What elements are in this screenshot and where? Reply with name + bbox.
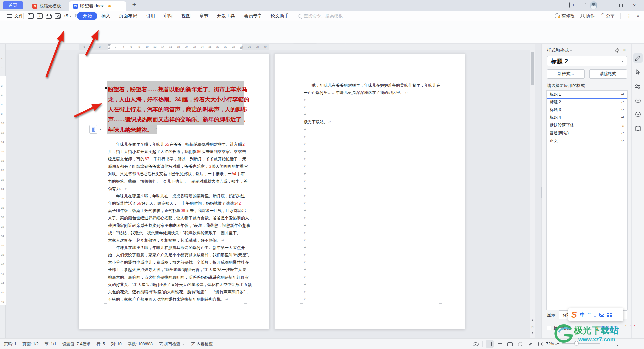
collapse-ribbon-button[interactable]: ∧ [637,14,639,18]
status-设置值[interactable]: 设置值: 7.4厘米 [62,341,90,347]
page-view-button[interactable] [486,340,494,348]
content-check-button[interactable]: ✓内容检查 [191,341,217,347]
fit-page-button[interactable] [537,340,545,348]
menu-tab-引用[interactable]: 引用 [146,13,155,19]
ruler-number: 24 [1,188,4,191]
spell-check-button[interactable]: ✓拼写检查 [159,341,185,347]
close-button[interactable]: × [629,0,640,11]
paste-options-caret[interactable] [99,129,101,131]
save-button[interactable] [28,13,34,19]
more-menu-button[interactable]: ⋮ [627,13,631,19]
share-button[interactable]: 分享 [600,13,615,19]
modified-status[interactable]: 有修改 [555,13,575,19]
panel-resize-grip[interactable] [541,187,542,198]
restore-button[interactable] [615,0,627,11]
style-list-item-标题 2[interactable]: 标题 2↵ [547,98,627,106]
menu-tab-页面布局[interactable]: 页面布局 [119,13,137,19]
fullscreen-button[interactable] [611,340,619,348]
tab-document[interactable]: W 盼望着.docx [69,1,126,11]
quick-tools-button[interactable] [633,110,643,119]
ruler-number: 2 [115,45,116,48]
menu-tab-视图[interactable]: 视图 [181,13,191,19]
reference-book-button[interactable] [633,124,643,133]
apps-grid-button[interactable] [580,2,587,8]
ime-toolbar[interactable]: S 中 °’ [568,308,623,321]
menu-tab-章节[interactable]: 章节 [199,13,208,19]
style-list-item-标题 3[interactable]: 标题 3↵ [547,106,627,114]
status-列[interactable]: 列: 10 [111,341,122,347]
minimize-button[interactable]: — [602,0,613,11]
file-menu[interactable]: 文件 [7,13,23,19]
ime-menu-icon[interactable] [607,313,612,317]
status-页面[interactable]: 页面: 1/2 [22,341,38,347]
eye-protection-button[interactable] [472,340,480,348]
menu-tab-审阅[interactable]: 审阅 [164,13,173,19]
style-list-item-正文[interactable]: 正文↵ [547,137,627,145]
menu-tab-会员专享[interactable]: 会员专享 [244,13,262,19]
clear-format-button-panel[interactable]: 清除格式 [589,69,627,79]
outline-view-button[interactable] [496,340,504,348]
style-list-item-标题 1[interactable]: 标题 1↵ [547,91,627,98]
tab-home[interactable]: 首页 [3,1,23,9]
mic-icon[interactable] [594,313,596,317]
side-toolbar-handle[interactable] [635,46,641,47]
undo-button[interactable]: ↺ [64,14,71,18]
horizontal-ruler[interactable]: 642246810121416182022242628303234363840 [6,44,535,50]
selection-pane-button[interactable] [633,67,643,77]
zoom-out-button[interactable]: − [557,341,559,346]
user-avatar[interactable] [590,1,597,9]
show-preview-checkbox[interactable]: 显示预览 [547,325,571,331]
print-button[interactable] [46,15,52,19]
zoom-slider-handle[interactable] [574,341,579,345]
workspace-switch-button[interactable]: 1 [569,2,577,8]
prev-page-button[interactable]: ▲ [530,319,535,321]
vertical-ruler[interactable]: 4224681012141618202224262830323436384042… [0,44,6,338]
current-style-combo[interactable]: 标题 2 [547,56,627,66]
ime-lang-toggle[interactable]: 中 [580,312,585,318]
document-page-2[interactable]: 哦，年味儿在爷爷的对联里，年味儿在妈妈准备的美味佳肴里，年味儿在一声声爆竹里……… [274,53,465,329]
document-canvas[interactable]: 盼望着，盼望着……翘首以盼的新年近了。街市上车水马龙，人山人海，好不热闹。34 … [6,50,535,338]
ime-punct-toggle[interactable]: °’ [588,312,591,317]
menu-tab-插入[interactable]: 插入 [101,13,110,19]
status-行[interactable]: 行: 5 [96,341,105,347]
command-search[interactable]: 查找命令、搜索模板 [298,13,343,19]
panel-close-button[interactable]: × [623,47,626,53]
menu-tab-开发工具[interactable]: 开发工具 [217,13,235,19]
style-list-item-普通(网站)[interactable]: 普通(网站)↵ [547,129,627,137]
tab-docer-label: 找稻壳模板 [39,3,61,9]
status-字数[interactable]: 字数: 108/888 [128,341,153,347]
smart-typeset-link[interactable]: $智能排版 [595,325,618,331]
menu-tab-home-start[interactable]: 开始 [77,12,97,20]
keyboard-icon[interactable] [599,313,604,317]
scrollbar-thumb[interactable] [531,52,534,85]
status-节[interactable]: 节: 1/1 [45,341,56,347]
menu-tab-论文助手[interactable]: 论文助手 [271,13,289,19]
export-button[interactable] [37,13,43,19]
read-view-button[interactable] [506,340,514,348]
panel-title[interactable]: 样式和格式 [547,47,572,53]
pin-icon[interactable] [615,48,620,53]
next-page-button[interactable]: ▼ [530,332,535,334]
ink-view-button[interactable] [526,340,534,348]
web-view-button[interactable] [516,340,524,348]
properties-tool-button[interactable] [633,82,643,91]
document-page-1[interactable]: 盼望着，盼望着……翘首以盼的新年近了。街市上车水马龙，人山人海，好不热闹。34 … [79,53,269,329]
document-line: 劲有力。↵ [108,185,243,192]
tab-docer[interactable]: d 找稻壳模板 [28,1,65,11]
zoom-slider-track[interactable] [562,343,600,344]
vertical-scrollbar[interactable]: ▲ ◻ ▼ [530,50,535,338]
style-list-item-默认段落字体[interactable]: 默认段落字体a [547,121,627,129]
status-页码[interactable]: 页码: 1 [4,341,16,347]
paste-options-button[interactable] [89,125,97,134]
collaborate-button[interactable]: 协作 [580,13,595,19]
new-style-button[interactable]: 新样式... [547,69,585,79]
zoom-value[interactable]: 72% [546,342,557,346]
ai-assistant-button[interactable] [633,96,643,105]
empty-paragraph-mark: ↵ [304,126,306,133]
style-list-item-标题 4[interactable]: 标题 4↵ [547,114,627,121]
select-browse-button[interactable]: ◻ [530,326,535,328]
zoom-in-button[interactable]: + [602,341,608,348]
new-tab-button[interactable]: + [130,1,138,8]
print-preview-button[interactable] [55,13,61,19]
style-format-tool-button[interactable] [633,53,643,63]
